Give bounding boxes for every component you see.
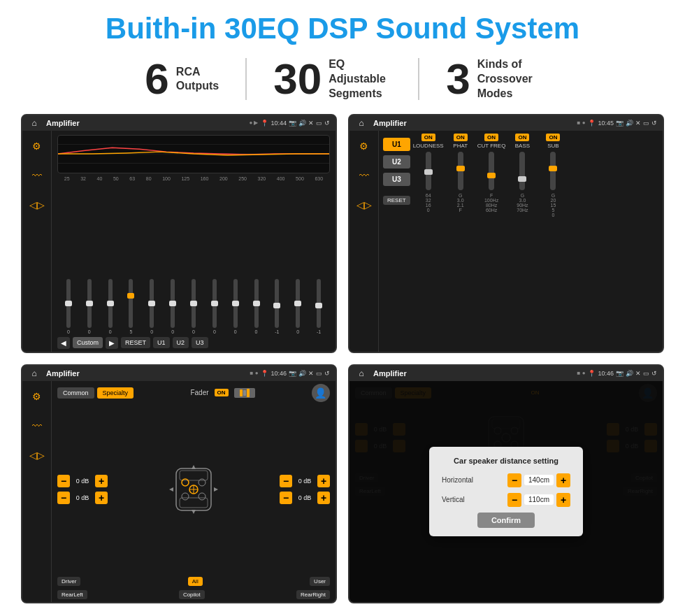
distance-dialog: Car speaker distance setting Horizontal … [429,447,583,536]
fader-home-icon[interactable]: ⌂ [28,367,41,380]
eq-slider-8[interactable]: 0 [205,279,224,334]
fader-time: 10:46 [271,370,287,377]
crossover-sidebar-icon-1[interactable]: ⚙ [354,136,374,156]
db-value-1: 0 dB [73,478,92,485]
crossover-dot-icon: ■ ● [577,120,586,126]
eq-slider-12[interactable]: 0 [288,279,308,334]
eq-slider-4[interactable]: 5 [122,279,141,334]
crossover-u2-button[interactable]: U2 [383,155,410,169]
sub-slider[interactable] [550,152,556,190]
fader-rearleft-btn[interactable]: RearLeft [57,590,87,599]
eq-slider-1[interactable]: 0 [59,279,78,334]
eq-sidebar-icon-1[interactable]: ⚙ [27,136,47,156]
cutfreq-label: CUT FREQ [477,143,506,149]
db-minus-2[interactable]: − [57,492,70,504]
crossover-u3-button[interactable]: U3 [383,173,410,186]
eq-prev-button[interactable]: ◀ [57,337,70,349]
crossover-reset-button[interactable]: RESET [383,196,410,205]
crossover-screen: ⌂ Amplifier ■ ● 📍 10:45 📷🔊✕▭↺ ⚙ 〰 ◁▷ U1 [348,114,664,353]
eq-next-button[interactable]: ▶ [106,337,118,349]
fader-user-btn[interactable]: User [310,577,330,586]
eq-time: 10:44 [271,120,287,127]
phat-ctrl: ON PHAT G3.02.1F [447,134,475,213]
page-title: Buith-in 30EQ DSP Sound System [106,13,579,45]
crossover-u1-button[interactable]: U1 [383,138,410,151]
eq-sidebar-icon-2[interactable]: 〰 [27,166,47,185]
cutfreq-nums: F100Hz80Hz60Hz [484,193,498,213]
db-controls-left: − 0 dB + − 0 dB + [57,406,108,573]
horizontal-row: Horizontal − 140cm + [442,473,570,487]
phat-nums: G3.02.1F [457,193,464,213]
vertical-plus-button[interactable]: + [556,493,570,507]
fader-tab-row: Common Specialty Fader ON 👤 [57,384,330,402]
cutfreq-ctrl: ON CUT FREQ F100Hz80Hz60Hz [477,134,506,213]
distance-status-icons: 📍 10:46 📷🔊✕▭↺ [588,370,657,377]
eq-custom-button[interactable]: Custom [73,337,103,348]
eq-reset-button[interactable]: RESET [121,337,150,348]
fader-status-bar: ⌂ Amplifier ■ ● 📍 10:46 📷🔊✕▭↺ [22,366,336,381]
eq-slider-3[interactable]: 0 [101,279,120,334]
fader-sidebar-icon-1[interactable]: ⚙ [27,387,47,406]
cutfreq-slider[interactable] [489,152,494,190]
eq-slider-2[interactable]: 0 [80,279,99,334]
eq-bottom-bar: ◀ Custom ▶ RESET U1 U2 U3 [57,337,330,349]
car-diagram [113,406,274,573]
crossover-main-area: U1 U2 U3 RESET ON LOUDNESS [379,131,663,352]
fader-sidebar-icon-3[interactable]: ◁▷ [27,445,47,465]
stat-eq-number: 30 [273,57,322,101]
fader-status-icons: 📍 10:46 📷🔊✕▭↺ [261,370,330,377]
eq-slider-6[interactable]: 0 [163,279,182,334]
eq-u3-button[interactable]: U3 [192,337,208,348]
eq-slider-5[interactable]: 0 [142,279,161,334]
horizontal-plus-button[interactable]: + [556,473,570,487]
eq-freq-labels: 2532405063 80100125160200 25032040050063… [57,176,330,181]
eq-main-area: 2532405063 80100125160200 25032040050063… [52,131,336,352]
db-controls-right: − 0 dB + − 0 dB + [280,406,330,573]
fader-screen-content: ⚙ 〰 ◁▷ Common Specialty Fader ON [22,381,336,602]
confirm-button[interactable]: Confirm [477,513,535,528]
crossover-sidebar-icon-2[interactable]: 〰 [354,166,374,185]
eq-slider-7[interactable]: 0 [184,279,203,334]
fader-copilot-btn[interactable]: Copilot [179,590,205,599]
loudness-on-badge: ON [421,134,435,141]
crossover-home-icon[interactable]: ⌂ [355,117,368,129]
fader-sidebar-icon-2[interactable]: 〰 [27,416,47,436]
fader-common-tab[interactable]: Common [57,387,94,399]
eq-u2-button[interactable]: U2 [173,337,189,348]
eq-status-bar: ⌂ Amplifier ● ▶ 📍 10:44 📷 🔊 ✕ ▭ ↺ [22,115,336,131]
sub-label: SUB [547,143,558,149]
distance-home-icon[interactable]: ⌂ [355,367,368,380]
fader-rearright-btn[interactable]: RearRight [296,590,330,599]
eq-slider-10[interactable]: 0 [247,279,266,334]
db-row-1: − 0 dB + [57,475,108,487]
vertical-minus-button[interactable]: − [507,493,521,507]
bass-slider[interactable] [519,152,525,190]
eq-slider-9[interactable]: 0 [226,279,245,334]
db-minus-1[interactable]: − [57,475,70,487]
eq-slider-11[interactable]: -1 [267,279,287,334]
screens-grid: ⌂ Amplifier ● ▶ 📍 10:44 📷 🔊 ✕ ▭ ↺ ⚙ 〰 ◁▷ [21,114,664,603]
loudness-label: LOUDNESS [413,143,444,149]
db-plus-4[interactable]: + [317,492,330,504]
eq-slider-13[interactable]: -1 [309,279,329,334]
window-icon: ▭ [316,120,322,127]
db-plus-2[interactable]: + [95,492,108,504]
horizontal-minus-button[interactable]: − [507,473,521,487]
db-minus-4[interactable]: − [280,492,292,504]
fader-driver-btn[interactable]: Driver [57,577,80,586]
loudness-slider[interactable] [426,152,431,190]
fader-rear-labels: RearLeft Copilot RearRight [57,590,330,599]
phat-slider[interactable] [458,152,463,190]
crossover-sidebar-icon-3[interactable]: ◁▷ [354,195,374,215]
eq-u1-button[interactable]: U1 [153,337,170,348]
fader-all-btn[interactable]: All [188,577,203,586]
db-plus-3[interactable]: + [317,475,330,487]
close-icon: ✕ [308,120,314,127]
crossover-controls-group: ON LOUDNESS 6432160 ON PHAT [413,134,658,349]
eq-sidebar-icon-3[interactable]: ◁▷ [27,195,47,215]
stat-rca-number: 6 [145,57,168,101]
home-icon[interactable]: ⌂ [28,117,41,129]
fader-specialty-tab[interactable]: Specialty [97,387,134,399]
db-plus-1[interactable]: + [95,475,108,487]
db-minus-3[interactable]: − [280,475,292,487]
